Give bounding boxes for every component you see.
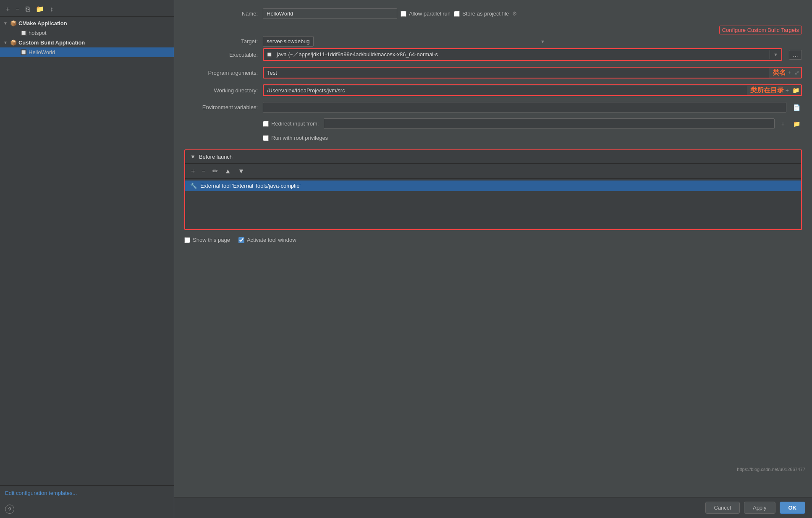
redirect-add-button[interactable]: + <box>780 119 786 129</box>
allow-parallel-checkbox[interactable] <box>401 11 406 17</box>
run-root-label[interactable]: Run with root privileges <box>263 135 328 141</box>
folder-config-button[interactable]: 📁 <box>34 4 46 14</box>
working-dir-add-button[interactable]: + <box>784 85 791 95</box>
redirect-input-label[interactable]: Redirect input from: <box>263 120 319 127</box>
dropdown-arrow-icon: ▼ <box>540 39 545 44</box>
tree-icon-custom: 📦 <box>10 39 17 46</box>
config-tree: ▼ 📦 CMake Application 🔲 hotspot ▼ 📦 Cust… <box>0 17 174 485</box>
sidebar-item-custom-build[interactable]: ▼ 📦 Custom Build Application <box>0 38 174 47</box>
program-args-add-button[interactable]: + <box>786 68 793 78</box>
target-dropdown[interactable]: server-slowdebug <box>263 36 314 47</box>
launch-list-item[interactable]: 🔧 External tool 'External Tools/java-com… <box>185 181 801 191</box>
executable-label: Executable: <box>184 52 258 58</box>
working-dir-label: Working directory: <box>184 87 258 94</box>
show-page-label[interactable]: Show this page <box>184 237 230 243</box>
executable-dropdown-button[interactable]: ▼ <box>770 50 781 59</box>
name-label: Name: <box>184 10 258 17</box>
target-dropdown-wrapper: server-slowdebug ▼ <box>263 36 548 47</box>
executable-browse-button[interactable]: … <box>789 50 802 60</box>
launch-add-button[interactable]: + <box>189 167 196 176</box>
program-args-row: Program arguments: 类名 + ⤢ <box>184 67 802 78</box>
sidebar-item-cmake-app[interactable]: ▼ 📦 CMake Application <box>0 18 174 28</box>
env-vars-row: Environment variables: 📄 <box>184 102 802 112</box>
allow-parallel-label[interactable]: Allow parallel run <box>401 10 451 17</box>
launch-down-button[interactable]: ▼ <box>236 167 246 176</box>
configure-link-wrapper: Configure Custom Build Targets <box>184 26 802 34</box>
sidebar-toolbar: + − ⎘ 📁 ↕ <box>0 2 174 17</box>
before-launch-title: Before launch <box>199 154 233 160</box>
store-project-label[interactable]: Store as project file <box>454 10 509 17</box>
cancel-button[interactable]: Cancel <box>705 502 740 514</box>
activate-window-checkbox[interactable] <box>238 237 244 243</box>
ok-button[interactable]: OK <box>780 502 806 514</box>
store-project-checkbox[interactable] <box>454 11 460 17</box>
tree-arrow: ▼ <box>3 40 8 45</box>
program-args-label: Program arguments: <box>184 70 258 76</box>
env-vars-edit-button[interactable]: 📄 <box>791 102 802 112</box>
sidebar: + − ⎘ 📁 ↕ ▼ 📦 CMake Application 🔲 hotspo… <box>0 0 174 518</box>
tree-icon-helloworld: 🔲 <box>20 49 27 55</box>
name-row: Name: Allow parallel run Store as projec… <box>184 8 802 19</box>
watermark: https://blog.csdn.net/u012667477 <box>737 467 805 472</box>
sidebar-item-helloworld[interactable]: 🔲 HelloWorld <box>0 47 174 57</box>
executable-file-icon: 🔲 <box>264 52 275 58</box>
env-vars-input[interactable] <box>263 102 786 112</box>
redirect-input-checkbox[interactable] <box>263 121 269 127</box>
working-dir-input[interactable] <box>264 86 747 95</box>
sidebar-item-label: HelloWorld <box>29 49 55 55</box>
activate-window-label[interactable]: Activate tool window <box>238 237 296 243</box>
target-label: Target: <box>184 38 258 44</box>
copy-config-button[interactable]: ⎘ <box>24 5 31 14</box>
remove-config-button[interactable]: − <box>14 5 21 14</box>
apply-button[interactable]: Apply <box>744 502 775 514</box>
tree-icon-cmake: 📦 <box>10 20 17 26</box>
sort-config-button[interactable]: ↕ <box>48 5 55 14</box>
bottom-options: Show this page Activate tool window <box>184 237 802 243</box>
before-launch-collapse-icon[interactable]: ▼ <box>190 154 196 160</box>
settings-icon: ⚙ <box>512 10 517 17</box>
launch-item-label: External tool 'External Tools/java-compl… <box>200 183 301 189</box>
working-dir-browse-button[interactable]: 📁 <box>791 85 801 95</box>
working-dir-row: Working directory: 类所在目录 + 📁 <box>184 84 802 96</box>
launch-remove-button[interactable]: − <box>200 167 207 176</box>
program-args-wrapper: 类名 + ⤢ <box>263 67 802 78</box>
executable-row: Executable: 🔲 java (~／apps/jdk11-1ddf9a9… <box>184 48 802 61</box>
tree-icon-hotspot: 🔲 <box>20 30 27 36</box>
sidebar-footer: Edit configuration templates... <box>0 485 174 500</box>
redirect-input-field[interactable] <box>324 118 774 129</box>
before-launch-list: 🔧 External tool 'External Tools/java-com… <box>185 179 801 229</box>
working-dir-wrapper: 类所在目录 + 📁 <box>263 84 802 96</box>
launch-edit-button[interactable]: ✏ <box>211 166 220 176</box>
redirect-browse-button[interactable]: 📁 <box>791 119 802 129</box>
before-launch-toolbar: + − ✏ ▲ ▼ <box>185 164 801 179</box>
help-button[interactable]: ? <box>5 505 14 514</box>
edit-templates-link[interactable]: Edit configuration templates... <box>5 490 77 496</box>
before-launch-header: ▼ Before launch <box>185 150 801 164</box>
show-page-checkbox[interactable] <box>184 237 190 243</box>
run-root-checkbox[interactable] <box>263 135 269 141</box>
sidebar-item-hotspot[interactable]: 🔲 hotspot <box>0 28 174 38</box>
tree-arrow: ▼ <box>3 21 8 26</box>
add-config-button[interactable]: + <box>4 5 11 14</box>
launch-up-button[interactable]: ▲ <box>223 167 233 176</box>
executable-wrapper: 🔲 java (~／apps/jdk11-1ddf9a99e4ad/build/… <box>263 48 782 61</box>
config-content: Name: Allow parallel run Store as projec… <box>174 0 812 497</box>
target-row: Target: server-slowdebug ▼ <box>184 36 802 47</box>
sidebar-help-area: ? <box>0 500 174 518</box>
launch-item-icon: 🔧 <box>190 183 197 189</box>
redirect-row: Redirect input from: + 📁 <box>184 118 802 129</box>
sidebar-item-label: Custom Build Application <box>18 39 85 46</box>
name-controls: Allow parallel run Store as project file… <box>263 8 802 19</box>
sidebar-item-label: hotspot <box>29 30 47 36</box>
before-launch-section: ▼ Before launch + − ✏ ▲ ▼ 🔧 External too… <box>184 149 802 230</box>
configure-custom-build-link[interactable]: Configure Custom Build Targets <box>719 26 802 34</box>
dialog-footer: Cancel Apply OK <box>174 497 812 518</box>
env-vars-label: Environment variables: <box>184 104 258 110</box>
sidebar-item-label: CMake Application <box>18 20 67 26</box>
program-args-expand-button[interactable]: ⤢ <box>793 68 801 78</box>
working-dir-annotation: 类所在目录 <box>750 86 784 95</box>
name-input[interactable] <box>263 8 397 19</box>
program-args-input[interactable] <box>264 68 769 78</box>
program-args-annotation: 类名 <box>773 68 786 77</box>
root-privileges-row: Run with root privileges <box>184 135 802 141</box>
